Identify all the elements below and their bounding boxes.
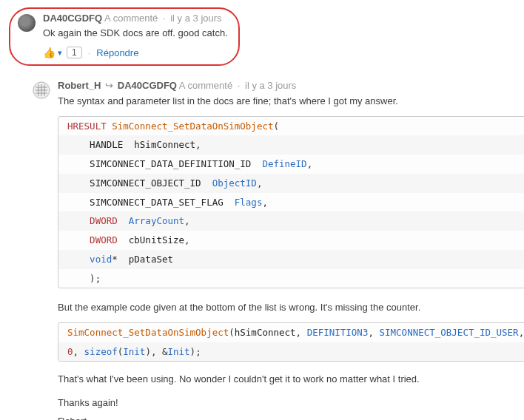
code-line: 0, sizeof(Init), &Init); [58, 342, 524, 362]
code-block: HRESULT SimConnect_SetDataOnSimObject( H… [58, 116, 524, 289]
reply-arrow-icon: ↪ [105, 79, 113, 92]
code-line: SIMCONNECT_DATA_SET_FLAG Flags, [58, 193, 524, 212]
code-line: HRESULT SimConnect_SetDataOnSimObject( [58, 117, 524, 136]
separator: · [238, 80, 241, 91]
reply-to-link[interactable]: DA40CGDFQ [118, 80, 177, 91]
comment-reply: Robert_H ↪ DA40CGDFQ A commenté · il y a… [33, 79, 515, 420]
comment-highlighted: DA40CGDFQ A commenté · il y a 3 jours Ok… [9, 7, 515, 66]
code-line: ); [58, 269, 524, 288]
comment-paragraph: But the example code given at the bottom… [58, 300, 524, 315]
comment-paragraph: The syntax and parameter list in the doc… [58, 94, 524, 109]
code-line: void* pDataSet [58, 250, 524, 269]
code-line: HANDLE hSimConnect, [58, 135, 524, 155]
timestamp: il y a 3 jours [245, 80, 296, 91]
action-text: A commenté [104, 13, 158, 24]
chevron-down-icon[interactable]: ▾ [58, 48, 62, 58]
vote-count[interactable]: 1 [67, 47, 82, 58]
author-link[interactable]: DA40CGDFQ [43, 13, 102, 24]
code-line: SimConnect_SetDataOnSimObject(hSimConnec… [58, 323, 524, 342]
code-line: DWORD cbUnitSize, [58, 231, 524, 250]
separator: · [88, 47, 91, 58]
comment-thread: DA40CGDFQ A commenté · il y a 3 jours Ok… [0, 0, 524, 420]
comment-paragraph: Thanks again! [58, 396, 524, 410]
timestamp: il y a 3 jours [170, 13, 221, 24]
separator: · [163, 13, 166, 24]
highlight-box: DA40CGDFQ A commenté · il y a 3 jours Ok… [9, 7, 240, 66]
thumb-up-icon[interactable]: 👍 [43, 47, 56, 58]
code-line: DWORD ArrayCount, [58, 211, 524, 231]
comment-paragraph: That's what I've been using. No wonder I… [58, 372, 524, 387]
comment-text: Ok again the SDK docs are off. good catc… [43, 27, 228, 41]
comment-signature: Robert [58, 414, 524, 420]
code-block: SimConnect_SetDataOnSimObject(hSimConnec… [58, 322, 524, 362]
code-line: SIMCONNECT_OBJECT_ID ObjectID, [58, 174, 524, 193]
action-text: A commenté [179, 80, 232, 91]
avatar[interactable] [33, 81, 50, 99]
author-link[interactable]: Robert_H [58, 80, 101, 91]
code-line: SIMCONNECT_DATA_DEFINITION_ID DefineID, [58, 155, 524, 174]
avatar[interactable] [18, 14, 36, 32]
vote-control[interactable]: 👍 ▾ 1 [43, 47, 82, 58]
reply-link[interactable]: Répondre [96, 47, 138, 58]
